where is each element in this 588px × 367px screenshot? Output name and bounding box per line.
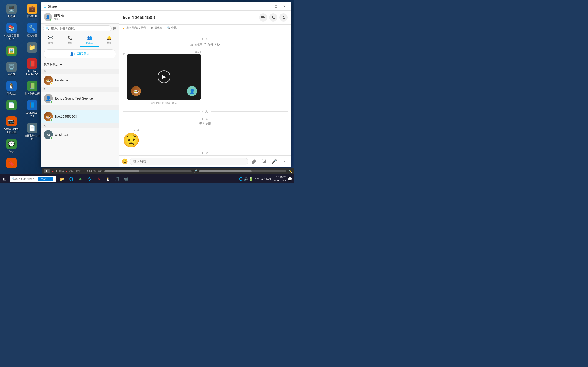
emoji-button[interactable]: 😊 bbox=[122, 158, 128, 165]
desktop-icon-computer[interactable]: 🖥️ 此电脑 bbox=[2, 2, 21, 19]
edit-icon[interactable]: ✏️ bbox=[288, 169, 292, 173]
contact-name: live:104551508 bbox=[55, 115, 116, 118]
section-letter-e: E bbox=[41, 87, 119, 92]
desktop-icon-label: 个人数字图书馆2.1 bbox=[4, 34, 19, 41]
rec-dot: ● bbox=[52, 169, 53, 173]
taskbar-icon-qq[interactable]: 🐧 bbox=[104, 175, 112, 183]
volume-label: 声音 bbox=[97, 169, 103, 173]
maximize-button[interactable]: ☐ bbox=[272, 2, 280, 10]
date-divider: 今天 bbox=[123, 110, 288, 114]
media-library-link[interactable]: 🖼 媒体库 bbox=[151, 26, 163, 30]
tab-contacts[interactable]: 👥 联系人 bbox=[80, 33, 99, 47]
taskbar-sys-icons: 🌐 🔊 🔋 bbox=[239, 177, 253, 181]
taskbar-icon-file[interactable]: 📂 bbox=[58, 175, 66, 183]
microphone-button[interactable]: 🎤 bbox=[270, 157, 278, 166]
desktop-icon-recycle[interactable]: 🗑️ 回收站 bbox=[2, 60, 21, 77]
my-contacts-btn[interactable]: 我的联系人 ▼ bbox=[41, 61, 119, 69]
desktop-icon-library[interactable]: 📚 个人数字图书馆2.1 bbox=[2, 22, 21, 42]
system-message: 无人接听 bbox=[123, 122, 288, 126]
desktop-icon-apowersoft[interactable]: 📷 Apowersoft专业截屏王 bbox=[2, 115, 21, 135]
contact-item-live[interactable]: 🍜 live:104551508 bbox=[41, 110, 119, 123]
section-letter-l: L bbox=[41, 105, 119, 110]
desktop-icon-acrobat[interactable]: 📕 Acrobat Reader DC bbox=[23, 57, 41, 77]
volume-fill bbox=[104, 170, 139, 172]
voice-call-button[interactable] bbox=[269, 13, 277, 22]
contact-item-balalaika[interactable]: 🍜 balalaika bbox=[41, 74, 119, 87]
desktop-icon-driver[interactable]: 🔧 驱动精灵 bbox=[23, 22, 41, 39]
desktop-icon-label: CAJViewer 7.2 bbox=[24, 111, 40, 118]
desktop-icon-label: 腾讯QQ bbox=[7, 92, 16, 95]
notification-icon[interactable]: 💬 bbox=[288, 177, 292, 181]
message-time: 21:04 bbox=[123, 38, 288, 41]
start-button[interactable]: ⊞ bbox=[0, 174, 9, 184]
taskbar-icon-ie[interactable]: 🌐 bbox=[67, 175, 75, 183]
video-call-button[interactable] bbox=[259, 13, 267, 22]
pause-record-button[interactable]: ⏸ bbox=[44, 169, 50, 173]
recording-bar: ⏸ ● ⏸ 开始 ● 结束 时长： 00:04:38 声音 🎤 ✏️ bbox=[42, 168, 294, 174]
taskbar-icon-acrobat[interactable]: A bbox=[95, 175, 103, 183]
user-avatar-wrap: 👤 bbox=[44, 13, 52, 21]
desktop-icon-qq[interactable]: 🐧 腾讯QQ bbox=[2, 80, 21, 97]
attach-file-button[interactable] bbox=[250, 157, 258, 166]
contact-name: xinshi xu bbox=[55, 133, 116, 136]
my-contacts-label: 我的联系人 bbox=[44, 63, 59, 67]
desktop-icons-container: 🖥️ 此电脑 📚 个人数字图书馆2.1 🖼️ 🗑️ 回收站 🐧 腾讯QQ 📄 📷… bbox=[0, 0, 41, 174]
search-icon: 🔍 bbox=[167, 26, 170, 30]
tab-notify[interactable]: 🔔 通知 bbox=[99, 33, 119, 47]
desktop-icon-bk[interactable]: 🔖 bbox=[2, 157, 21, 171]
taskbar-icon-video[interactable]: 📹 bbox=[122, 175, 130, 183]
taskbar-app-icons: 📂 🌐 ● S A 🐧 🎵 📹 bbox=[58, 175, 130, 183]
last-login: 上次登录: 2 天前 bbox=[126, 26, 147, 30]
contact-item-echo[interactable]: 👤 Echo / Sound Test Service . bbox=[41, 92, 119, 105]
desktop-icon-wechat[interactable]: 💬 微信 bbox=[2, 138, 21, 155]
desktop-icon-caj[interactable]: 📘 CAJViewer 7.2 bbox=[23, 99, 41, 119]
search-input[interactable] bbox=[51, 27, 109, 30]
grid-icon[interactable]: ⊞ bbox=[113, 26, 116, 31]
system-message: 通话结束 27 分钟 9 秒 bbox=[123, 42, 288, 47]
desktop-icon-doc[interactable]: 📄 bbox=[2, 99, 21, 113]
desktop-icon-alibaba[interactable]: 💼 阿里旺旺 bbox=[23, 2, 41, 19]
new-contact-button[interactable]: 👤+ 新联系人 bbox=[44, 49, 116, 58]
image-button[interactable]: 🖼 bbox=[260, 157, 268, 166]
video-right-avatar: 👤 bbox=[187, 86, 197, 96]
send-icon[interactable]: ▶ bbox=[123, 51, 125, 56]
taskbar-search-button[interactable]: 搜索一下 bbox=[38, 177, 53, 181]
new-contact-icon: 👤+ bbox=[70, 52, 76, 56]
desktop-icon-label: 商务英语口语 bbox=[25, 92, 40, 95]
desktop-icon-folder[interactable]: 📁 bbox=[23, 41, 41, 55]
message-time: 17:02 bbox=[123, 117, 288, 120]
add-contact-button[interactable] bbox=[279, 13, 288, 22]
desktop-icon-english[interactable]: 📗 商务英语口语 bbox=[23, 80, 41, 97]
more-button[interactable]: ⋯ bbox=[280, 157, 288, 166]
skype-window: S Skype — ☐ ✕ 👤 丽莉 崔 NT bbox=[41, 2, 291, 167]
desktop-icon-label: 阿里旺旺 bbox=[27, 15, 37, 18]
chat-title: live:104551508 bbox=[123, 15, 155, 20]
close-button[interactable]: ✕ bbox=[280, 2, 288, 10]
contact-item-xinshi[interactable]: xx xinshi xu bbox=[41, 128, 119, 141]
message-input[interactable] bbox=[130, 158, 248, 165]
search-link[interactable]: 🔍 查找 bbox=[167, 26, 177, 30]
left-panel: 👤 丽莉 崔 NT$0 ⋯ 🔍 ⊞ bbox=[41, 10, 119, 167]
user-more-button[interactable]: ⋯ bbox=[110, 14, 116, 20]
desktop-icon-thesis[interactable]: 📄 崔丽莉请假材料 bbox=[23, 122, 41, 142]
taskbar-icon-skype[interactable]: S bbox=[86, 175, 94, 183]
taskbar-icon-chrome[interactable]: ● bbox=[76, 175, 85, 183]
tab-calls[interactable]: 📞 通话 bbox=[61, 33, 80, 47]
contact-name: Echo / Sound Test Service . bbox=[55, 97, 116, 100]
desktop-icon-img[interactable]: 🖼️ bbox=[2, 44, 21, 58]
video-preview[interactable]: 🍜 ▶ 👤 bbox=[127, 54, 201, 100]
taskbar: ⊞ 🔍 搜索一下 📂 🌐 ● S A 🐧 🎵 📹 🌐 🔊 🔋 71°C CPU温… bbox=[0, 174, 294, 184]
mic-slider[interactable] bbox=[199, 170, 286, 172]
tab-chat-label: 聊天 bbox=[48, 41, 53, 44]
video-play-button[interactable]: ▶ bbox=[157, 70, 170, 83]
taskbar-search-input[interactable] bbox=[15, 177, 38, 181]
online-dot: ● bbox=[123, 26, 124, 30]
minimize-button[interactable]: — bbox=[264, 2, 272, 10]
taskbar-search: 🔍 搜索一下 bbox=[10, 176, 56, 182]
taskbar-icon-music[interactable]: 🎵 bbox=[113, 175, 121, 183]
contact-avatar: 👤 bbox=[44, 94, 53, 103]
tab-chat[interactable]: 💬 聊天 bbox=[41, 33, 61, 47]
volume-slider[interactable] bbox=[104, 170, 191, 172]
tab-calls-label: 通话 bbox=[68, 41, 73, 44]
taskbar-right: 🌐 🔊 🔋 71°C CPU温度 18:16 六 2020/12/12 💬 bbox=[239, 175, 294, 183]
